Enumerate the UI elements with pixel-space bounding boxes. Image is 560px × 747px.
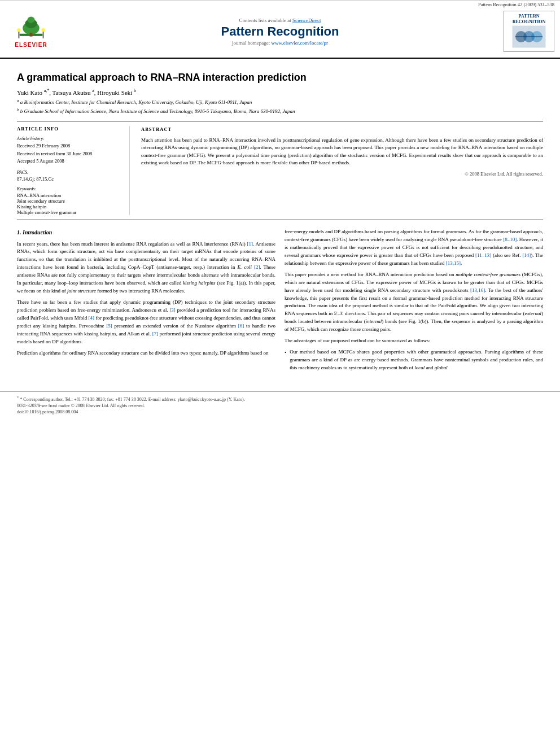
elsevier-logo: ELSEVIER xyxy=(6,15,56,48)
ref-11-13[interactable]: [11–13] xyxy=(475,252,491,258)
article-content: A grammatical approach to RNA–RNA intera… xyxy=(0,59,560,380)
contents-line: Contents lists available at ScienceDirec… xyxy=(56,18,504,23)
article-title: A grammatical approach to RNA–RNA intera… xyxy=(17,71,543,84)
footnote-corresponding: * * Corresponding author. Tel.: +81 774 … xyxy=(17,395,543,402)
svg-point-3 xyxy=(27,16,34,23)
journal-homepage-link[interactable]: www.elsevier.com/locate/pr xyxy=(272,40,328,46)
footer-copyright: 0031-3203/$-see front matter © 2008 Else… xyxy=(17,403,543,408)
journal-title-block: Contents lists available at ScienceDirec… xyxy=(56,18,504,46)
info-abstract-row: ARTICLE INFO Article history: Received 2… xyxy=(17,121,543,220)
ref-14[interactable]: [14] xyxy=(522,252,531,258)
svg-rect-5 xyxy=(18,31,19,38)
elsevier-tree-icon xyxy=(14,15,48,41)
journal-title: Pattern Recognition xyxy=(56,24,504,39)
ref-13-16[interactable]: [13,16] xyxy=(470,287,485,293)
bullet-dot-1: • xyxy=(285,349,286,357)
journal-homepage: journal homepage: www.elsevier.com/locat… xyxy=(56,40,504,46)
science-direct-link[interactable]: ScienceDirect xyxy=(292,18,321,23)
ref-8-10[interactable]: [8–10] xyxy=(503,237,517,242)
pattern-recognition-logo: PATTERNRECOGNITION xyxy=(504,11,554,52)
bullet-item-1: • Our method based on MCFGs shares good … xyxy=(285,348,543,372)
journal-citation: Pattern Recognition 42 (2009) 531–538 xyxy=(478,2,554,7)
svg-point-8 xyxy=(41,28,45,32)
article-dates: Received 29 February 2008 Received in re… xyxy=(17,142,123,165)
abstract-block: ABSTRACT Much attention has been paid to… xyxy=(141,126,543,215)
journal-header: Pattern Recognition 42 (2009) 531–538 EL xyxy=(0,0,560,59)
affiliations: a a Bioinformatics Center, Institute for… xyxy=(17,98,543,115)
abstract-copyright: © 2008 Elsevier Ltd. All rights reserved… xyxy=(141,171,543,178)
revised-date: Received in revised form 30 June 2008 xyxy=(17,150,123,158)
history-label: Article history: xyxy=(17,136,123,141)
article-info-heading: ARTICLE INFO xyxy=(17,126,123,132)
header-main: ELSEVIER Contents lists available at Sci… xyxy=(0,8,560,54)
keyword-1: RNA–RNA interaction xyxy=(17,193,123,198)
ref-1[interactable]: [1] xyxy=(247,241,253,247)
bullet-text-1: Our method based on MCFGs shares good pr… xyxy=(290,348,543,372)
keywords-label: Keywords: xyxy=(17,186,123,191)
ref-4[interactable]: [4] xyxy=(89,315,95,321)
pr-logo-title: PATTERNRECOGNITION xyxy=(506,14,552,24)
intro-para-3: Prediction algorithms for ordinary RNA s… xyxy=(17,350,275,357)
abstract-heading: ABSTRACT xyxy=(141,126,543,133)
right-para-3: The advantages of our proposed method ca… xyxy=(285,337,543,345)
abstract-text: Much attention has been paid to RNA–RNA … xyxy=(141,137,543,167)
svg-point-6 xyxy=(17,28,21,32)
body-content: 1. Introduction In recent years, there h… xyxy=(17,228,543,374)
page: Pattern Recognition 42 (2009) 531–538 EL xyxy=(0,0,560,747)
journal-info-bar: Pattern Recognition 42 (2009) 531–538 xyxy=(0,0,560,8)
col-left: 1. Introduction In recent years, there h… xyxy=(17,228,275,374)
ref-7[interactable]: [7] xyxy=(152,331,159,337)
ref-2[interactable]: [2] xyxy=(254,264,260,270)
pacs-label: PACS: xyxy=(17,170,123,175)
received-date: Received 29 February 2008 xyxy=(17,142,123,150)
svg-rect-7 xyxy=(42,31,43,38)
intro-para-1: In recent years, there has been much int… xyxy=(17,241,275,296)
keyword-2: Joint secondary structure xyxy=(17,198,123,204)
ref-13-15[interactable]: [13,15] xyxy=(446,260,461,266)
bullet-section: • Our method based on MCFGs shares good … xyxy=(285,348,543,372)
article-info: ARTICLE INFO Article history: Received 2… xyxy=(17,126,130,215)
right-para-2: This paper provides a new method for RNA… xyxy=(285,271,543,334)
intro-para-2: There have so far been a few studies tha… xyxy=(17,299,275,346)
keyword-3: Kissing hairpin xyxy=(17,204,123,209)
right-para-1: free-energy models and DP algorithms bas… xyxy=(285,228,543,268)
accepted-date: Accepted 5 August 2008 xyxy=(17,158,123,165)
authors-line: Yuki Kato a,*, Tatsuya Akutsu a, Hiroyuk… xyxy=(17,88,543,96)
pacs-values: 87.14.Gj; 87.15.Cc xyxy=(17,176,123,182)
ref-3[interactable]: [3] xyxy=(169,307,176,313)
footer-doi: doi:10.1016/j.patcog.2008.08.004 xyxy=(17,409,543,414)
ref-6[interactable]: [6] xyxy=(238,323,244,329)
svg-rect-4 xyxy=(30,33,33,37)
ref-5[interactable]: [5] xyxy=(106,323,112,329)
keywords-list: RNA–RNA interaction Joint secondary stru… xyxy=(17,193,123,215)
keyword-4: Multiple context-free grammar xyxy=(17,209,123,215)
page-footer: * * Corresponding author. Tel.: +81 774 … xyxy=(0,391,560,419)
col-right: free-energy models and DP algorithms bas… xyxy=(285,228,543,374)
pr-logo-graphic xyxy=(512,25,546,48)
elsevier-label: ELSEVIER xyxy=(15,42,47,48)
intro-heading: 1. Introduction xyxy=(17,228,275,237)
